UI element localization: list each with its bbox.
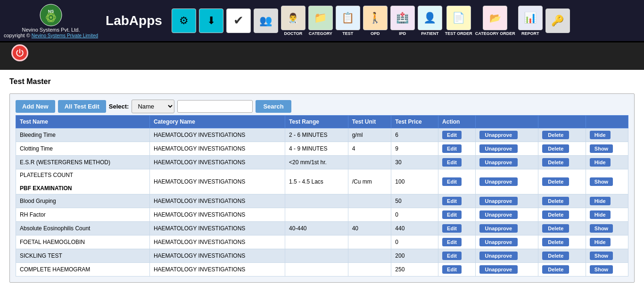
cell-edit: Edit (438, 169, 475, 194)
nav-icon-category-order[interactable]: 📂 CATEGORY ORDER (475, 6, 515, 36)
cell-delete: Delete (538, 169, 586, 194)
cell-price: 100 (391, 169, 438, 194)
edit-button[interactable]: Edit (442, 144, 462, 153)
add-new-button[interactable]: Add New (16, 100, 55, 113)
unapprove-button[interactable]: Unapprove (479, 210, 518, 219)
hide-button[interactable]: Hide (590, 131, 611, 139)
unapprove-button[interactable]: Unapprove (479, 144, 518, 153)
nav-icon-patient[interactable]: 👤 PATIENT (418, 6, 442, 36)
unapprove-button[interactable]: Unapprove (479, 158, 518, 167)
cell-category: HAEMATOLOGY INVESTIGATIONS (149, 249, 285, 263)
show-button[interactable]: Show (590, 265, 613, 274)
cell-unit (348, 263, 391, 277)
cell-range (285, 263, 348, 277)
cell-test-name: Blood Gruping (16, 194, 150, 208)
nav-icon-people[interactable]: 👥 (254, 8, 278, 33)
cell-price: 9 (391, 142, 438, 156)
cell-price: 50 (391, 194, 438, 208)
edit-button[interactable]: Edit (442, 131, 462, 139)
delete-button[interactable]: Delete (542, 265, 569, 274)
unapprove-button[interactable]: Unapprove (479, 224, 518, 233)
cell-category: HAEMATOLOGY INVESTIGATIONS (149, 128, 285, 142)
power-button[interactable] (11, 44, 28, 61)
search-button[interactable]: Search (256, 100, 291, 113)
table-header-row: Test Name Category Name Test Range Test … (16, 116, 628, 128)
cell-delete: Delete (538, 263, 586, 277)
show-button[interactable]: Show (590, 252, 613, 260)
cell-range (285, 249, 348, 263)
cell-test-name: Absolute Eosinophilis Count (16, 222, 150, 235)
hide-button[interactable]: Hide (590, 210, 611, 219)
nav-icon-download[interactable]: ⬇ (199, 8, 223, 33)
cell-edit: Edit (438, 235, 475, 249)
cell-edit: Edit (438, 194, 475, 208)
unapprove-button[interactable]: Unapprove (479, 252, 518, 260)
main-content: Test Master Add New All Test Edit Select… (0, 70, 644, 290)
unapprove-button[interactable]: Unapprove (479, 197, 518, 205)
nav-icon-test[interactable]: 📋 TEST (336, 6, 360, 36)
nav-icon-check[interactable]: ✔ (226, 8, 251, 33)
all-test-edit-button[interactable]: All Test Edit (58, 100, 106, 113)
delete-button[interactable]: Delete (542, 224, 569, 233)
edit-button[interactable]: Edit (442, 177, 462, 186)
nav-icon-settings[interactable]: ⚙ (172, 8, 196, 33)
col-action2 (475, 116, 538, 128)
cell-unapprove: Unapprove (475, 222, 538, 235)
cell-edit: Edit (438, 156, 475, 169)
cell-test-name: E.S.R (WESTERGRENS METHOD) (16, 156, 150, 169)
select-dropdown[interactable]: Name Category (132, 100, 174, 113)
cell-test-name: Bleeding Time (16, 128, 150, 142)
cell-category: HAEMATOLOGY INVESTIGATIONS (149, 208, 285, 222)
search-input[interactable] (177, 100, 253, 113)
test-order-label: TEST ORDER (445, 31, 472, 36)
hide-button[interactable]: Hide (590, 238, 611, 246)
delete-button[interactable]: Delete (542, 144, 569, 153)
cell-showhide: Show (586, 169, 628, 194)
edit-button[interactable]: Edit (442, 224, 462, 233)
test-table: Test Name Category Name Test Range Test … (16, 115, 628, 277)
cell-unit (348, 235, 391, 249)
edit-button[interactable]: Edit (442, 265, 462, 274)
edit-button[interactable]: Edit (442, 252, 462, 260)
delete-button[interactable]: Delete (542, 158, 569, 167)
nav-icon-report[interactable]: 📊 REPORT (518, 6, 543, 36)
delete-button[interactable]: Delete (542, 197, 569, 205)
company-link[interactable]: Nevino Systems Private Limited (32, 33, 98, 38)
cell-unapprove: Unapprove (475, 128, 538, 142)
table-body: Bleeding TimeHAEMATOLOGY INVESTIGATIONS2… (16, 128, 628, 277)
unapprove-button[interactable]: Unapprove (479, 131, 518, 139)
nav-icon-doctor[interactable]: 👨‍⚕️ DOCTOR (281, 6, 305, 36)
col-test-unit: Test Unit (348, 116, 391, 128)
delete-button[interactable]: Delete (542, 252, 569, 260)
nav-icon-opd[interactable]: 🚶 OPD (363, 6, 388, 36)
delete-button[interactable]: Delete (542, 238, 569, 246)
delete-button[interactable]: Delete (542, 177, 569, 186)
cell-showhide: Show (586, 142, 628, 156)
unapprove-button[interactable]: Unapprove (479, 265, 518, 274)
unapprove-button[interactable]: Unapprove (479, 238, 518, 246)
table-row: Absolute Eosinophilis CountHAEMATOLOGY I… (16, 222, 628, 235)
cell-showhide: Hide (586, 235, 628, 249)
table-row: Bleeding TimeHAEMATOLOGY INVESTIGATIONS2… (16, 128, 628, 142)
cell-unapprove: Unapprove (475, 263, 538, 277)
nav-icon-test-order[interactable]: 📄 TEST ORDER (445, 6, 472, 36)
show-button[interactable]: Show (590, 177, 613, 186)
nav-icon-keys[interactable]: 🔑 (545, 8, 570, 33)
hide-button[interactable]: Hide (590, 197, 611, 205)
edit-button[interactable]: Edit (442, 210, 462, 219)
delete-button[interactable]: Delete (542, 210, 569, 219)
col-test-price: Test Price (391, 116, 438, 128)
edit-button[interactable]: Edit (442, 238, 462, 246)
hide-button[interactable]: Hide (590, 158, 611, 167)
show-button[interactable]: Show (590, 224, 613, 233)
nav-icon-category[interactable]: 📁 CATEGORY (308, 6, 333, 36)
edit-button[interactable]: Edit (442, 158, 462, 167)
edit-button[interactable]: Edit (442, 197, 462, 205)
unapprove-button[interactable]: Unapprove (479, 177, 518, 186)
show-button[interactable]: Show (590, 144, 613, 153)
delete-button[interactable]: Delete (542, 131, 569, 139)
nav-icon-ipd[interactable]: 🏥 IPD (390, 6, 415, 36)
table-row: FOETAL HAEMOGLOBINHAEMATOLOGY INVESTIGAT… (16, 235, 628, 249)
table-row: COMPLETE HAEMOGRAMHAEMATOLOGY INVESTIGAT… (16, 263, 628, 277)
power-bar (0, 42, 644, 63)
